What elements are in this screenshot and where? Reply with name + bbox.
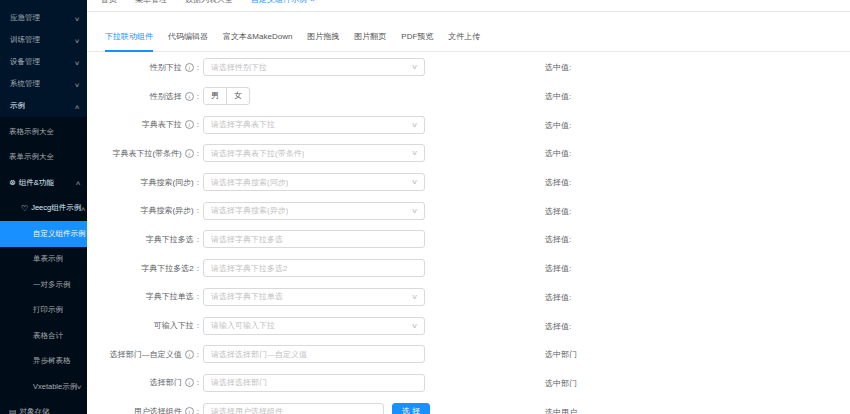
selected-value-label: 选中值: xyxy=(545,62,571,73)
sidebar-item[interactable]: 表格示例大全 xyxy=(0,119,87,145)
dropdown-select[interactable]: 请输入可输入下拉∨ xyxy=(203,317,425,335)
sidebar-item[interactable]: 表单示例大全 xyxy=(0,145,87,171)
field-label-text: 性别下拉 xyxy=(150,62,182,73)
field-label-text: 性别选择 xyxy=(150,91,182,102)
field-label-text: 字典下拉多选2 xyxy=(141,263,193,274)
input-placeholder: 请选择用户选择组件 xyxy=(211,406,283,414)
tab-item[interactable]: 图片翻页 xyxy=(354,31,386,51)
sidebar-item-label: 一对多示例 xyxy=(33,280,71,290)
sidebar-item[interactable]: ⊗组件&功能∧ xyxy=(0,170,87,196)
field-label: 字典下拉单选: xyxy=(87,291,199,302)
selected-value-label: 选中值: xyxy=(545,119,571,130)
sidebar-item-label: Vxetable示例 xyxy=(33,382,77,392)
dropdown-select[interactable]: 请选择字典搜索(异步)∨ xyxy=(203,202,425,220)
tab-item[interactable]: 富文本&MakeDown xyxy=(223,31,292,51)
dropdown-select[interactable]: 请选择字典表下拉(带条件)∨ xyxy=(203,144,425,162)
page-tab[interactable]: 自定义组件示例× xyxy=(242,0,324,11)
tab-item[interactable]: PDF预览 xyxy=(401,31,433,51)
close-icon[interactable]: × xyxy=(310,0,315,4)
page-tab[interactable]: 数据列表大全 xyxy=(176,0,242,11)
dropdown-select[interactable]: 请选择字典搜索(同步)∨ xyxy=(203,173,425,191)
sidebar-item-label: 组件&功能 xyxy=(19,178,54,188)
select-placeholder: 请选择字典搜索(同步) xyxy=(211,177,288,188)
sidebar-item[interactable]: 单表示例 xyxy=(0,247,87,273)
field-label: 性别选择i: xyxy=(87,91,199,102)
sidebar-item-label: 单表示例 xyxy=(33,254,63,264)
tab-item[interactable]: 代码编辑器 xyxy=(168,31,208,51)
tab-item[interactable]: 文件上传 xyxy=(448,31,480,51)
dropdown-select[interactable]: 请选择性别下拉∨ xyxy=(203,58,425,76)
sidebar-item[interactable]: 异步树表格 xyxy=(0,349,87,375)
page-tab-label: 菜单管理 xyxy=(135,0,167,4)
sidebar-menu: 人员管理∨应急管理∨训练管理∨设备管理∨系统管理∨示例∧表格示例大全表单示例大全… xyxy=(0,0,87,414)
label-colon: : xyxy=(197,235,199,244)
info-circle-icon: i xyxy=(185,92,194,101)
field-label-text: 选择部门 xyxy=(150,377,182,388)
tab-active[interactable]: 下拉联动组件 xyxy=(105,31,153,52)
page-tab[interactable]: 首页 xyxy=(92,0,126,11)
sidebar-item-label: 人员管理 xyxy=(10,0,40,1)
selected-value-label: 选择值: xyxy=(545,234,571,245)
label-colon: : xyxy=(197,292,199,301)
sidebar-item[interactable]: 打印示例 xyxy=(0,298,87,324)
radio-option[interactable]: 男 xyxy=(203,87,227,105)
top-tab-bar: 首页菜单管理数据列表大全自定义组件示例× xyxy=(87,0,850,12)
field-label: 字典下拉多选: xyxy=(87,234,199,245)
dropdown-select[interactable]: 请选择字典下拉单选∨ xyxy=(203,288,425,306)
dropdown-select[interactable]: 请选择选择部门 xyxy=(203,374,425,392)
select-placeholder: 请选择字典下拉单选 xyxy=(211,291,283,302)
select-user-button[interactable]: 选 择 xyxy=(392,403,430,414)
select-placeholder: 请选择性别下拉 xyxy=(211,62,267,73)
sidebar-item[interactable]: ▤对象存储 xyxy=(0,400,87,414)
dropdown-select[interactable]: 请选择字典下拉多选 xyxy=(203,230,425,248)
radio-option[interactable]: 女 xyxy=(226,87,250,105)
chevron-down-icon: ∨ xyxy=(411,121,418,129)
tab-item[interactable]: 图片拖拽 xyxy=(307,31,339,51)
chevron-up-icon: ∧ xyxy=(75,179,81,186)
chevron-down-icon: ∨ xyxy=(411,63,418,71)
sidebar: 人员管理∨应急管理∨训练管理∨设备管理∨系统管理∨示例∧表格示例大全表单示例大全… xyxy=(0,0,87,414)
sidebar-item[interactable]: 自定义组件示例 xyxy=(0,221,87,247)
info-circle-icon: i xyxy=(185,63,194,72)
sidebar-item[interactable]: 示例∧ xyxy=(0,95,87,117)
label-colon: : xyxy=(197,350,199,359)
chevron-down-icon: ∨ xyxy=(74,59,80,66)
label-colon: : xyxy=(197,63,199,72)
dropdown-select[interactable]: 请选择选择部门—自定义值 xyxy=(203,345,425,363)
form-row: 性别下拉i:请选择性别下拉∨选中值: xyxy=(87,53,850,82)
sidebar-item[interactable]: 一对多示例 xyxy=(0,272,87,298)
sidebar-item[interactable]: 设备管理∨ xyxy=(0,51,87,73)
label-colon: : xyxy=(197,321,199,330)
form-row: 字典下拉多选2:请选择字典下拉多选2选择值: xyxy=(87,254,850,283)
page-tab-label: 自定义组件示例 xyxy=(251,0,307,4)
sidebar-item[interactable]: 应急管理∨ xyxy=(0,7,87,29)
sidebar-item-label: Jeecg组件示例 xyxy=(31,203,81,213)
sidebar-item[interactable]: 表格合计 xyxy=(0,323,87,349)
sidebar-item-label: 表格示例大全 xyxy=(9,127,54,137)
sidebar-item[interactable]: 人员管理∨ xyxy=(0,0,87,7)
field-label: 性别下拉i: xyxy=(87,62,199,73)
page-tab[interactable]: 菜单管理 xyxy=(126,0,176,11)
user-select-input[interactable]: 请选择用户选择组件 xyxy=(203,403,384,414)
label-colon: : xyxy=(197,149,199,158)
dropdown-select[interactable]: 请选择字典表下拉∨ xyxy=(203,116,425,134)
field-label: 字典表下拉(带条件)i: xyxy=(87,148,199,159)
form-row: 选择部门—自定义值i:请选择选择部门—自定义值选中部门 xyxy=(87,340,850,369)
selected-value-label: 选中部门 xyxy=(545,377,577,388)
field-label-text: 字典下拉多选 xyxy=(146,234,194,245)
selected-value-label: 选择值: xyxy=(545,205,571,216)
page-tab-label: 首页 xyxy=(101,0,117,4)
demo-form: 性别下拉i:请选择性别下拉∨选中值:性别选择i:男女选中值:字典表下拉i:请选择… xyxy=(87,52,850,414)
chevron-down-icon: ∨ xyxy=(411,207,418,215)
form-row: 字典下拉多选:请选择字典下拉多选选择值: xyxy=(87,225,850,254)
sidebar-item[interactable]: ♡Jeecg组件示例∧ xyxy=(0,196,87,222)
sidebar-item[interactable]: Vxetable示例∨ xyxy=(0,374,87,400)
sidebar-item[interactable]: 训练管理∨ xyxy=(0,29,87,51)
chevron-down-icon: ∨ xyxy=(74,37,80,44)
label-colon: : xyxy=(197,120,199,129)
sidebar-item-label: 训练管理 xyxy=(10,35,40,45)
info-circle-icon: i xyxy=(185,378,194,387)
field-label: 字典下拉多选2: xyxy=(87,263,199,274)
dropdown-select[interactable]: 请选择字典下拉多选2 xyxy=(203,259,425,277)
sidebar-item[interactable]: 系统管理∨ xyxy=(0,73,87,95)
